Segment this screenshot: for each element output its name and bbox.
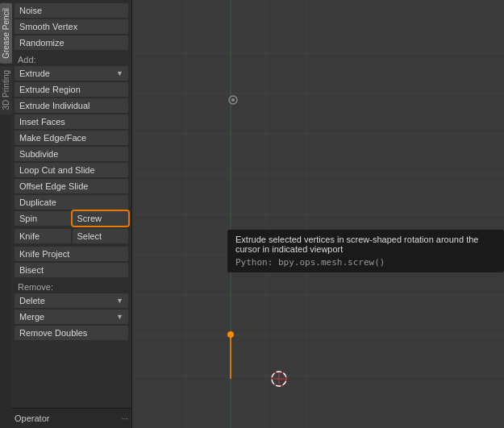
btn-extrude-individual[interactable]: Extrude Individual	[15, 98, 128, 113]
operator-header: Operator ···	[15, 412, 128, 425]
knife-select-row: Knife Select	[15, 229, 128, 245]
btn-noise[interactable]: Noise	[15, 3, 128, 18]
svg-point-17	[272, 372, 286, 386]
vtab-grease-pencil[interactable]: Grease Pencil	[0, 3, 12, 64]
btn-delete-dropdown[interactable]: Delete ▼	[15, 293, 128, 308]
btn-knife[interactable]: Knife	[15, 229, 71, 243]
btn-spin[interactable]: Spin	[15, 211, 71, 226]
svg-point-21	[231, 98, 235, 102]
btn-loop-cut-slide[interactable]: Loop Cut and Slide	[15, 163, 128, 177]
btn-subdivide[interactable]: Subdivide	[15, 147, 128, 161]
btn-knife-project[interactable]: Knife Project	[15, 247, 128, 261]
operator-dots: ···	[122, 414, 128, 423]
viewport-grid-svg	[132, 0, 504, 428]
btn-select[interactable]: Select	[73, 229, 129, 243]
tooltip-code: Python: bpy.ops.mesh.screw()	[235, 257, 496, 268]
btn-delete-label: Delete	[19, 296, 45, 305]
btn-smooth-vertex[interactable]: Smooth Vertex	[15, 19, 128, 34]
sidebar-scroll: Noise Smooth Vertex Randomize Add: Extru…	[11, 0, 131, 408]
btn-randomize[interactable]: Randomize	[15, 35, 128, 50]
btn-offset-edge-slide[interactable]: Offset Edge Slide	[15, 179, 128, 193]
btn-remove-doubles[interactable]: Remove Doubles	[15, 326, 128, 340]
svg-point-15	[227, 331, 234, 338]
btn-extrude-dropdown[interactable]: Extrude ▼	[15, 66, 128, 81]
delete-arrow-icon: ▼	[116, 297, 123, 305]
svg-point-20	[229, 96, 237, 104]
vertical-tabs: Grease Pencil 3D Printing	[0, 0, 11, 428]
btn-merge-label: Merge	[19, 312, 44, 322]
viewport-3d[interactable]: Extrude selected vertices in screw-shape…	[132, 0, 504, 428]
svg-point-16	[272, 372, 286, 386]
extrude-arrow-icon: ▼	[116, 69, 123, 77]
btn-bisect[interactable]: Bisect	[15, 263, 128, 277]
sidebar-panel: Noise Smooth Vertex Randomize Add: Extru…	[11, 0, 132, 428]
spin-screw-row: Spin Screw	[15, 211, 128, 227]
btn-inset-faces[interactable]: Inset Faces	[15, 114, 128, 129]
btn-make-edge-face[interactable]: Make Edge/Face	[15, 131, 128, 145]
tooltip-title: Extrude selected vertices in screw-shape…	[235, 235, 496, 254]
btn-screw[interactable]: Screw	[73, 211, 129, 226]
remove-section-label: Remove:	[15, 279, 128, 293]
merge-arrow-icon: ▼	[116, 313, 123, 321]
btn-merge-dropdown[interactable]: Merge ▼	[15, 310, 128, 324]
btn-extrude-region[interactable]: Extrude Region	[15, 82, 128, 97]
btn-duplicate[interactable]: Duplicate	[15, 195, 128, 210]
operator-section: Operator ···	[11, 408, 131, 428]
add-section-label: Add:	[15, 52, 128, 66]
vtab-3d-printing[interactable]: 3D Printing	[0, 65, 12, 114]
tooltip-screw: Extrude selected vertices in screw-shape…	[227, 230, 504, 272]
operator-label: Operator	[15, 413, 49, 423]
btn-extrude-label: Extrude	[19, 69, 50, 78]
